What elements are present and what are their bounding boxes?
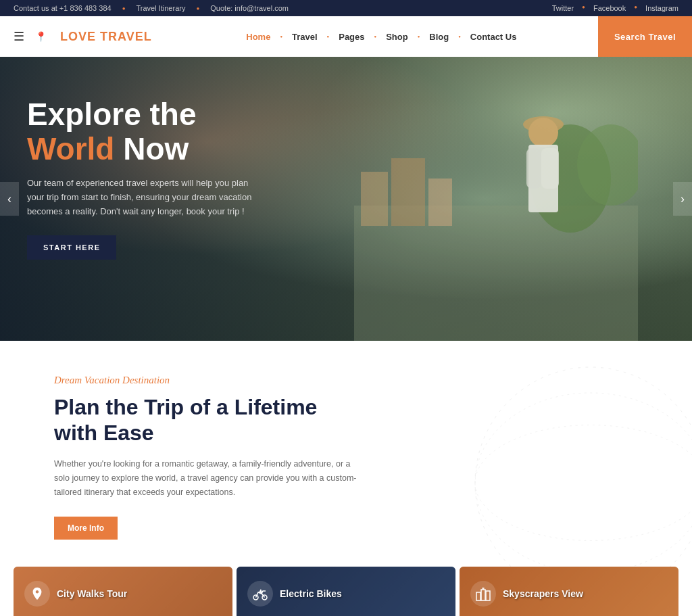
contact-info: Contact us at +1 836 483 384: [14, 4, 112, 12]
hero-title-line2: Now: [114, 131, 189, 166]
svg-rect-10: [541, 148, 559, 189]
tour-card-3-content: Skyscrapers View: [460, 581, 594, 607]
hero-title-line1: Explore the: [27, 97, 197, 132]
itinerary-link[interactable]: Travel Itinerary: [136, 4, 185, 12]
top-bar: Contact us at +1 836 483 384 ● Travel It…: [0, 0, 692, 16]
svg-marker-13: [259, 589, 262, 592]
nav-shop[interactable]: Shop: [379, 26, 415, 47]
svg-rect-9: [526, 148, 541, 189]
hero-content: Explore the World Now Our team of experi…: [0, 57, 324, 300]
nav-dot-2: ●: [327, 34, 330, 39]
logo-text: LOVE TRAVEL: [60, 30, 152, 44]
nav-pages[interactable]: Pages: [332, 26, 371, 47]
logo-travel: TRAVEL: [96, 30, 152, 43]
tour-card-2-content: Electric Bikes: [237, 581, 353, 607]
instagram-link[interactable]: Instagram: [645, 4, 678, 12]
tour-cards-row: City Walks Tour Electric Bikes: [0, 567, 692, 616]
tour-card-city-walks[interactable]: City Walks Tour: [14, 567, 232, 616]
nav-travel[interactable]: Travel: [285, 26, 324, 47]
header: ☰ 📍 LOVE TRAVEL Home ● Travel ● Pages ● …: [0, 16, 692, 57]
hero-section: Explore the World Now Our team of experi…: [0, 57, 692, 341]
skyscrapers-label: Skyscrapers View: [503, 588, 583, 599]
quote-link[interactable]: Quote: info@travel.com: [210, 4, 289, 12]
location-icon: 📍: [35, 31, 47, 42]
section-description: Whether you're looking for a romantic ge…: [54, 457, 365, 500]
svg-point-7: [528, 118, 558, 147]
svg-rect-16: [486, 591, 490, 600]
nav-dot-3: ●: [374, 34, 377, 39]
logo-love: LOVE: [60, 30, 96, 43]
dot-sep-4: ●: [634, 4, 637, 12]
tour-card-skyscrapers[interactable]: Skyscrapers View: [460, 567, 678, 616]
hero-description: Our team of experienced travel experts w…: [27, 176, 257, 218]
carousel-arrow-left[interactable]: ‹: [0, 182, 19, 216]
carousel-arrow-right[interactable]: ›: [673, 182, 692, 216]
main-nav: Home ● Travel ● Pages ● Shop ● Blog ● Co…: [152, 26, 611, 47]
electric-bikes-icon: [247, 581, 273, 607]
nav-dot-1: ●: [280, 34, 282, 39]
svg-rect-3: [428, 179, 452, 226]
nav-home[interactable]: Home: [239, 26, 277, 47]
dot-sep-3: ●: [582, 4, 585, 12]
tour-card-1-content: City Walks Tour: [14, 581, 138, 607]
dot-sep-2: ●: [196, 5, 199, 11]
tour-card-electric-bikes[interactable]: Electric Bikes: [237, 567, 455, 616]
facebook-link[interactable]: Facebook: [593, 4, 626, 12]
svg-rect-15: [481, 590, 485, 600]
city-walks-label: City Walks Tour: [57, 588, 127, 599]
vacation-section: Dream Vacation Destination Plan the Trip…: [0, 341, 692, 567]
svg-rect-2: [391, 158, 425, 226]
nav-dot-4: ●: [418, 34, 420, 39]
search-button[interactable]: Search Travel: [598, 16, 692, 57]
nav-blog[interactable]: Blog: [422, 26, 455, 47]
hero-title: Explore the World Now: [27, 97, 297, 166]
top-bar-right: Twitter ● Facebook ● Instagram: [552, 4, 678, 12]
nav-dot-5: ●: [458, 34, 461, 39]
section-subtitle: Dream Vacation Destination: [54, 375, 638, 386]
hamburger-icon[interactable]: ☰: [14, 29, 24, 44]
hero-cta-button[interactable]: START HERE: [27, 235, 116, 260]
logo[interactable]: LOVE TRAVEL: [60, 30, 152, 44]
twitter-link[interactable]: Twitter: [552, 4, 574, 12]
svg-rect-14: [476, 592, 480, 600]
hero-title-accent: World: [27, 131, 114, 166]
svg-rect-1: [361, 172, 388, 226]
top-bar-left: Contact us at +1 836 483 384 ● Travel It…: [14, 4, 289, 12]
dot-sep-1: ●: [122, 5, 126, 11]
more-info-button[interactable]: More Info: [54, 517, 118, 540]
city-walks-icon: [24, 581, 50, 607]
section-title: Plan the Trip of a Lifetime with Ease: [54, 394, 338, 446]
skyscrapers-icon: [470, 581, 496, 607]
electric-bikes-label: Electric Bikes: [280, 588, 342, 599]
nav-contact[interactable]: Contact Us: [464, 26, 524, 47]
